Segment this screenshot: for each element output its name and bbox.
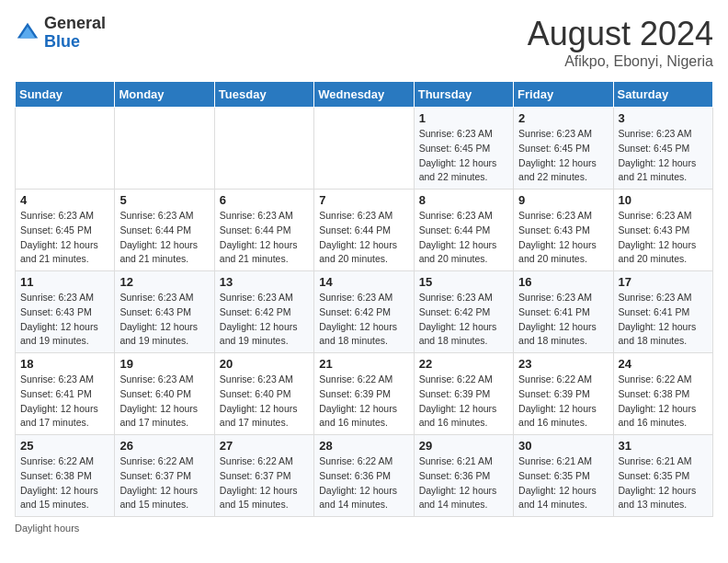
day-info: Sunrise: 6:23 AM Sunset: 6:41 PM Dayligh… [20, 373, 109, 431]
day-number: 2 [518, 111, 608, 125]
calendar-week-row: 18Sunrise: 6:23 AM Sunset: 6:41 PM Dayli… [16, 353, 713, 435]
day-number: 16 [518, 275, 608, 289]
day-number: 25 [20, 439, 109, 453]
day-number: 11 [20, 275, 109, 289]
day-number: 6 [220, 193, 309, 207]
weekday-header: Wednesday [314, 82, 414, 108]
weekday-header: Tuesday [214, 82, 313, 108]
calendar-cell: 2Sunrise: 6:23 AM Sunset: 6:45 PM Daylig… [514, 108, 613, 190]
logo-blue-text: Blue [44, 32, 80, 51]
calendar-cell: 4Sunrise: 6:23 AM Sunset: 6:45 PM Daylig… [16, 190, 115, 271]
calendar-week-row: 4Sunrise: 6:23 AM Sunset: 6:45 PM Daylig… [16, 190, 713, 271]
calendar-cell [314, 108, 414, 190]
calendar-cell: 20Sunrise: 6:23 AM Sunset: 6:40 PM Dayli… [214, 353, 313, 435]
calendar-cell: 26Sunrise: 6:22 AM Sunset: 6:37 PM Dayli… [115, 435, 214, 517]
calendar-cell: 23Sunrise: 6:22 AM Sunset: 6:39 PM Dayli… [514, 353, 613, 435]
calendar-week-row: 1Sunrise: 6:23 AM Sunset: 6:45 PM Daylig… [16, 108, 713, 190]
day-info: Sunrise: 6:23 AM Sunset: 6:44 PM Dayligh… [119, 209, 209, 267]
day-number: 13 [220, 275, 309, 289]
day-number: 12 [119, 275, 209, 289]
calendar-cell: 3Sunrise: 6:23 AM Sunset: 6:45 PM Daylig… [613, 108, 712, 190]
day-number: 17 [619, 275, 708, 289]
calendar-cell [115, 108, 214, 190]
calendar-cell: 15Sunrise: 6:23 AM Sunset: 6:42 PM Dayli… [414, 271, 513, 353]
day-number: 10 [619, 193, 708, 207]
footer-note: Daylight hours [15, 523, 713, 534]
calendar-cell: 18Sunrise: 6:23 AM Sunset: 6:41 PM Dayli… [16, 353, 115, 435]
calendar-cell: 30Sunrise: 6:21 AM Sunset: 6:35 PM Dayli… [514, 435, 613, 517]
day-info: Sunrise: 6:23 AM Sunset: 6:42 PM Dayligh… [220, 291, 309, 349]
day-info: Sunrise: 6:23 AM Sunset: 6:42 PM Dayligh… [319, 291, 408, 349]
daylight-label: Daylight hours [15, 523, 79, 534]
day-info: Sunrise: 6:23 AM Sunset: 6:43 PM Dayligh… [619, 209, 708, 267]
day-info: Sunrise: 6:23 AM Sunset: 6:44 PM Dayligh… [319, 209, 408, 267]
calendar-table: SundayMondayTuesdayWednesdayThursdayFrid… [15, 81, 713, 517]
day-info: Sunrise: 6:22 AM Sunset: 6:38 PM Dayligh… [20, 454, 109, 512]
day-info: Sunrise: 6:22 AM Sunset: 6:38 PM Dayligh… [619, 373, 708, 431]
day-number: 1 [419, 111, 508, 125]
calendar-cell: 25Sunrise: 6:22 AM Sunset: 6:38 PM Dayli… [16, 435, 115, 517]
day-number: 5 [119, 193, 209, 207]
day-number: 21 [319, 357, 408, 371]
day-info: Sunrise: 6:23 AM Sunset: 6:40 PM Dayligh… [220, 373, 309, 431]
logo-text: General Blue [44, 15, 106, 52]
day-info: Sunrise: 6:22 AM Sunset: 6:37 PM Dayligh… [119, 454, 209, 512]
calendar-cell: 21Sunrise: 6:22 AM Sunset: 6:39 PM Dayli… [314, 353, 414, 435]
day-info: Sunrise: 6:21 AM Sunset: 6:35 PM Dayligh… [518, 454, 608, 512]
calendar-cell: 24Sunrise: 6:22 AM Sunset: 6:38 PM Dayli… [613, 353, 712, 435]
calendar-cell: 16Sunrise: 6:23 AM Sunset: 6:41 PM Dayli… [514, 271, 613, 353]
calendar-cell: 5Sunrise: 6:23 AM Sunset: 6:44 PM Daylig… [115, 190, 214, 271]
page-header: General Blue August 2024 Afikpo, Ebonyi,… [15, 15, 713, 70]
day-info: Sunrise: 6:23 AM Sunset: 6:43 PM Dayligh… [518, 209, 608, 267]
day-info: Sunrise: 6:23 AM Sunset: 6:44 PM Dayligh… [220, 209, 309, 267]
weekday-header: Saturday [613, 82, 712, 108]
calendar-cell: 29Sunrise: 6:21 AM Sunset: 6:36 PM Dayli… [414, 435, 513, 517]
day-info: Sunrise: 6:23 AM Sunset: 6:45 PM Dayligh… [20, 209, 109, 267]
logo-icon [15, 20, 40, 46]
calendar-cell: 11Sunrise: 6:23 AM Sunset: 6:43 PM Dayli… [16, 271, 115, 353]
day-info: Sunrise: 6:23 AM Sunset: 6:45 PM Dayligh… [619, 127, 708, 185]
calendar-week-row: 11Sunrise: 6:23 AM Sunset: 6:43 PM Dayli… [16, 271, 713, 353]
day-info: Sunrise: 6:23 AM Sunset: 6:41 PM Dayligh… [518, 291, 608, 349]
calendar-cell: 17Sunrise: 6:23 AM Sunset: 6:41 PM Dayli… [613, 271, 712, 353]
day-info: Sunrise: 6:23 AM Sunset: 6:43 PM Dayligh… [20, 291, 109, 349]
logo: General Blue [15, 15, 106, 52]
weekday-header-row: SundayMondayTuesdayWednesdayThursdayFrid… [16, 82, 713, 108]
day-info: Sunrise: 6:23 AM Sunset: 6:43 PM Dayligh… [119, 291, 209, 349]
calendar-cell: 31Sunrise: 6:21 AM Sunset: 6:35 PM Dayli… [613, 435, 712, 517]
day-number: 24 [619, 357, 708, 371]
day-number: 28 [319, 439, 408, 453]
calendar-cell: 12Sunrise: 6:23 AM Sunset: 6:43 PM Dayli… [115, 271, 214, 353]
day-info: Sunrise: 6:23 AM Sunset: 6:40 PM Dayligh… [119, 373, 209, 431]
day-number: 23 [518, 357, 608, 371]
day-number: 20 [220, 357, 309, 371]
logo-general-text: General [44, 14, 106, 32]
day-number: 9 [518, 193, 608, 207]
day-info: Sunrise: 6:22 AM Sunset: 6:39 PM Dayligh… [518, 373, 608, 431]
day-number: 7 [319, 193, 408, 207]
calendar-cell: 13Sunrise: 6:23 AM Sunset: 6:42 PM Dayli… [214, 271, 313, 353]
calendar-cell: 1Sunrise: 6:23 AM Sunset: 6:45 PM Daylig… [414, 108, 513, 190]
day-number: 31 [619, 439, 708, 453]
day-info: Sunrise: 6:23 AM Sunset: 6:42 PM Dayligh… [419, 291, 508, 349]
day-info: Sunrise: 6:23 AM Sunset: 6:44 PM Dayligh… [419, 209, 508, 267]
day-info: Sunrise: 6:23 AM Sunset: 6:45 PM Dayligh… [419, 127, 508, 185]
day-number: 19 [119, 357, 209, 371]
day-number: 8 [419, 193, 508, 207]
calendar-week-row: 25Sunrise: 6:22 AM Sunset: 6:38 PM Dayli… [16, 435, 713, 517]
month-year-title: August 2024 [528, 15, 713, 53]
day-info: Sunrise: 6:22 AM Sunset: 6:39 PM Dayligh… [319, 373, 408, 431]
calendar-cell: 6Sunrise: 6:23 AM Sunset: 6:44 PM Daylig… [214, 190, 313, 271]
calendar-cell: 9Sunrise: 6:23 AM Sunset: 6:43 PM Daylig… [514, 190, 613, 271]
calendar-cell: 27Sunrise: 6:22 AM Sunset: 6:37 PM Dayli… [214, 435, 313, 517]
title-block: August 2024 Afikpo, Ebonyi, Nigeria [528, 15, 713, 70]
day-info: Sunrise: 6:22 AM Sunset: 6:36 PM Dayligh… [319, 454, 408, 512]
day-number: 3 [619, 111, 708, 125]
day-info: Sunrise: 6:22 AM Sunset: 6:39 PM Dayligh… [419, 373, 508, 431]
calendar-cell: 22Sunrise: 6:22 AM Sunset: 6:39 PM Dayli… [414, 353, 513, 435]
calendar-cell: 8Sunrise: 6:23 AM Sunset: 6:44 PM Daylig… [414, 190, 513, 271]
calendar-cell: 19Sunrise: 6:23 AM Sunset: 6:40 PM Dayli… [115, 353, 214, 435]
calendar-cell: 14Sunrise: 6:23 AM Sunset: 6:42 PM Dayli… [314, 271, 414, 353]
calendar-cell: 7Sunrise: 6:23 AM Sunset: 6:44 PM Daylig… [314, 190, 414, 271]
calendar-cell [16, 108, 115, 190]
